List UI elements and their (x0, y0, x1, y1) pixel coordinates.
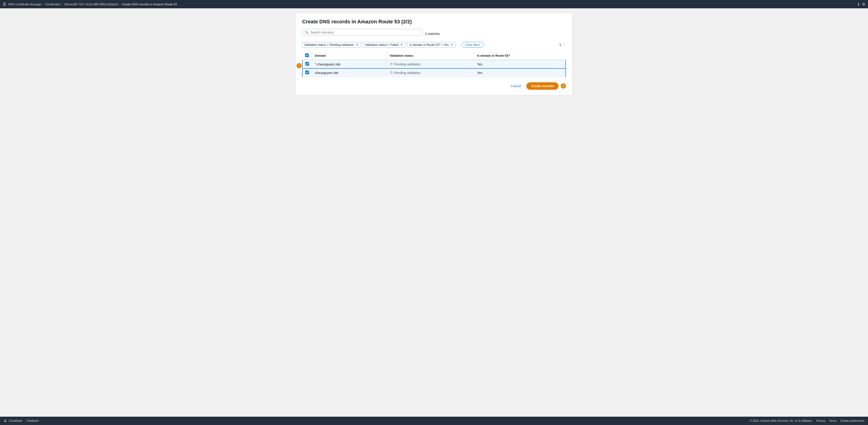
row2-checkbox[interactable] (305, 70, 309, 74)
filter-pending-close[interactable]: ✕ (355, 43, 359, 46)
next-page-button[interactable]: › (562, 42, 566, 47)
footer-left: 🖥 CloudShell | Feedback (4, 419, 39, 423)
settings-icon[interactable]: ⚙ (862, 2, 865, 6)
breadcrumb-acm[interactable]: AWS Certificate Manager (8, 3, 41, 6)
filter-route53-label: Is domain in Route 53? = Yes (409, 43, 448, 47)
create-records-button[interactable]: Create records (526, 82, 558, 90)
footer-divider: | (24, 419, 25, 422)
main-content: Create DNS records in Amazon Route 53 (2… (0, 8, 868, 417)
table-row: chaunguyen.site ⏱ Pending validation Yes (302, 68, 566, 77)
search-bar[interactable]: 🔍 (302, 29, 422, 36)
top-navigation: ☰ AWS Certificate Manager › Certificates… (0, 0, 868, 8)
filter-tag-pending: Validation status = Pending validation ✕ (302, 42, 361, 48)
footer: 🖥 CloudShell | Feedback © 2024, Amazon W… (0, 417, 868, 425)
in-route53-column-header: Is domain in Route 53? (474, 52, 566, 60)
cancel-button[interactable]: Cancel (508, 83, 524, 89)
hamburger-icon[interactable]: ☰ (3, 2, 6, 6)
table-container: Domain Validation status Is domain in Ro… (302, 52, 566, 78)
search-icon: 🔍 (305, 30, 309, 34)
page-title: Create DNS records in Amazon Route 53 (2… (302, 19, 566, 25)
info-icon[interactable]: ℹ (858, 2, 859, 6)
row1-route53-cell: Yes (474, 60, 566, 68)
table-row: *.chaunguyen.site ⏱ Pending validation Y… (302, 60, 566, 68)
domains-table: Domain Validation status Is domain in Ro… (302, 52, 566, 77)
filter-failed-close[interactable]: ✕ (400, 43, 404, 46)
annotation-2: 2 (561, 83, 566, 89)
select-all-checkbox[interactable] (305, 53, 309, 57)
terms-link[interactable]: Terms (829, 419, 837, 422)
validation-status-column-header: Validation status (386, 52, 474, 60)
row1-validation-cell: ⏱ Pending validation (386, 60, 474, 68)
feedback-link[interactable]: Feedback (27, 419, 39, 422)
pagination: ‹ 1 › (555, 42, 566, 47)
search-row: 🔍 2 matches (302, 29, 566, 38)
row2-route53-cell: Yes (474, 68, 566, 77)
cookie-preferences-link[interactable]: Cookie preferences (840, 419, 864, 422)
filter-tag-route53: Is domain in Route 53? = Yes ✕ (407, 42, 456, 48)
row2-validation-cell: ⏱ Pending validation (386, 68, 474, 77)
breadcrumb-sep-3: › (120, 3, 121, 6)
page-number: 1 (559, 43, 561, 47)
row1-pending-status: ⏱ Pending validation (390, 62, 471, 66)
breadcrumb: AWS Certificate Manager › Certificates ›… (8, 3, 177, 6)
table-header-row: Domain Validation status Is domain in Ro… (302, 52, 566, 60)
select-all-header (302, 52, 312, 60)
pending-icon-2: ⏱ (390, 71, 393, 75)
cloudshell-icon: 🖥 (4, 419, 7, 423)
filter-failed-label: Validation status = Failed (365, 43, 399, 47)
prev-page-button[interactable]: ‹ (555, 42, 558, 47)
breadcrumb-sep-1: › (43, 3, 44, 6)
row1-checkbox[interactable] (305, 62, 309, 66)
pending-icon-1: ⏱ (390, 62, 393, 66)
cloudshell-link[interactable]: CloudShell (9, 419, 22, 422)
row2-pending-status: ⏱ Pending validation (390, 71, 471, 75)
breadcrumb-cert-id[interactable]: 35bcec96-7527-4c2e-99ff-3f961c58a81d (64, 3, 118, 6)
breadcrumb-sep-2: › (62, 3, 63, 6)
search-input[interactable] (310, 30, 420, 34)
filter-pending-label: Validation status = Pending validation (304, 43, 354, 47)
row2-domain-cell: chaunguyen.site (312, 68, 387, 77)
breadcrumb-current: Create DNS records in Amazon Route 53 (122, 3, 177, 6)
match-count: 2 matches (425, 32, 440, 36)
privacy-link[interactable]: Privacy (816, 419, 825, 422)
table-wrapper: Domain Validation status Is domain in Ro… (302, 52, 566, 77)
actions-row: Cancel Create records 2 (302, 82, 566, 90)
domain-column-header: Domain (312, 52, 387, 60)
breadcrumb-certificates[interactable]: Certificates (45, 3, 60, 6)
create-records-wrapper: Create records 2 (526, 82, 566, 90)
clear-filters-button[interactable]: Clear filters (462, 42, 484, 48)
filter-divider (459, 41, 459, 48)
filter-row: Validation status = Pending validation ✕… (302, 41, 566, 48)
nav-left: ☰ AWS Certificate Manager › Certificates… (3, 2, 177, 6)
copyright-text: © 2024, Amazon Web Services, Inc. or its… (750, 419, 812, 422)
row1-domain-cell: *.chaunguyen.site (312, 60, 387, 68)
annotation-1: 1 (296, 63, 302, 68)
footer-right: © 2024, Amazon Web Services, Inc. or its… (750, 419, 864, 422)
main-card: Create DNS records in Amazon Route 53 (2… (296, 13, 572, 95)
nav-right: ℹ ⚙ (858, 2, 865, 6)
filter-route53-close[interactable]: ✕ (450, 43, 454, 46)
row1-select-cell (302, 60, 312, 68)
row2-select-cell (302, 68, 312, 77)
filter-tag-failed: Validation status = Failed ✕ (363, 42, 406, 48)
